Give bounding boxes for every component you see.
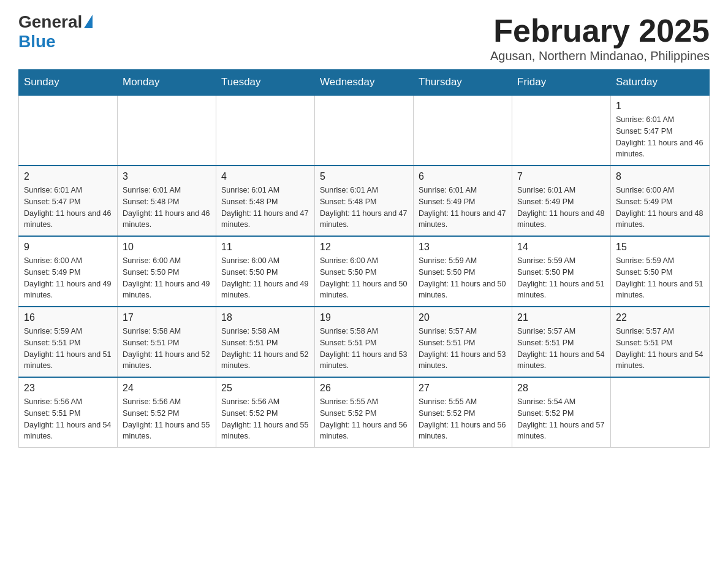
- calendar-cell: 28Sunrise: 5:54 AMSunset: 5:52 PMDayligh…: [512, 377, 611, 448]
- day-number: 16: [24, 312, 112, 323]
- calendar-cell: 27Sunrise: 5:55 AMSunset: 5:52 PMDayligh…: [414, 377, 512, 448]
- day-headers-row: SundayMondayTuesdayWednesdayThursdayFrid…: [19, 70, 710, 96]
- calendar-cell: 26Sunrise: 5:55 AMSunset: 5:52 PMDayligh…: [315, 377, 414, 448]
- day-number: 13: [419, 242, 507, 253]
- calendar-cell: 16Sunrise: 5:59 AMSunset: 5:51 PMDayligh…: [19, 307, 118, 377]
- day-info: Sunrise: 5:58 AMSunset: 5:51 PMDaylight:…: [221, 326, 309, 372]
- day-header-saturday: Saturday: [611, 70, 710, 96]
- calendar-cell: 19Sunrise: 5:58 AMSunset: 5:51 PMDayligh…: [315, 307, 414, 377]
- day-info: Sunrise: 5:56 AMSunset: 5:51 PMDaylight:…: [24, 396, 112, 442]
- calendar-cell: 8Sunrise: 6:00 AMSunset: 5:49 PMDaylight…: [611, 166, 710, 236]
- calendar-cell: 21Sunrise: 5:57 AMSunset: 5:51 PMDayligh…: [512, 307, 611, 377]
- calendar-table: SundayMondayTuesdayWednesdayThursdayFrid…: [18, 69, 710, 448]
- calendar-cell: 11Sunrise: 6:00 AMSunset: 5:50 PMDayligh…: [216, 236, 315, 307]
- calendar-cell: 5Sunrise: 6:01 AMSunset: 5:48 PMDaylight…: [315, 166, 414, 236]
- day-info: Sunrise: 5:59 AMSunset: 5:51 PMDaylight:…: [24, 326, 112, 372]
- day-info: Sunrise: 6:00 AMSunset: 5:49 PMDaylight:…: [616, 185, 704, 231]
- day-info: Sunrise: 6:01 AMSunset: 5:49 PMDaylight:…: [517, 185, 605, 231]
- calendar-cell: 18Sunrise: 5:58 AMSunset: 5:51 PMDayligh…: [216, 307, 315, 377]
- day-number: 8: [616, 171, 704, 182]
- calendar-cell: [315, 95, 414, 166]
- calendar-cell: 10Sunrise: 6:00 AMSunset: 5:50 PMDayligh…: [118, 236, 216, 307]
- day-info: Sunrise: 5:59 AMSunset: 5:50 PMDaylight:…: [616, 255, 704, 301]
- calendar-cell: 14Sunrise: 5:59 AMSunset: 5:50 PMDayligh…: [512, 236, 611, 307]
- day-info: Sunrise: 6:00 AMSunset: 5:50 PMDaylight:…: [320, 255, 408, 301]
- day-info: Sunrise: 5:57 AMSunset: 5:51 PMDaylight:…: [419, 326, 507, 372]
- day-number: 1: [616, 101, 704, 112]
- day-number: 4: [221, 171, 309, 182]
- day-header-sunday: Sunday: [19, 70, 118, 96]
- week-row-4: 16Sunrise: 5:59 AMSunset: 5:51 PMDayligh…: [19, 307, 710, 377]
- day-number: 18: [221, 312, 309, 323]
- day-info: Sunrise: 6:00 AMSunset: 5:49 PMDaylight:…: [24, 255, 112, 301]
- calendar-cell: 4Sunrise: 6:01 AMSunset: 5:48 PMDaylight…: [216, 166, 315, 236]
- calendar-cell: 15Sunrise: 5:59 AMSunset: 5:50 PMDayligh…: [611, 236, 710, 307]
- calendar-cell: 13Sunrise: 5:59 AMSunset: 5:50 PMDayligh…: [414, 236, 512, 307]
- logo-blue-text: Blue: [18, 32, 56, 52]
- calendar-cell: 2Sunrise: 6:01 AMSunset: 5:47 PMDaylight…: [19, 166, 118, 236]
- day-header-friday: Friday: [512, 70, 611, 96]
- month-title: February 2025: [490, 12, 710, 49]
- day-number: 7: [517, 171, 605, 182]
- calendar-cell: 24Sunrise: 5:56 AMSunset: 5:52 PMDayligh…: [118, 377, 216, 448]
- day-info: Sunrise: 6:01 AMSunset: 5:48 PMDaylight:…: [123, 185, 211, 231]
- calendar-cell: 9Sunrise: 6:00 AMSunset: 5:49 PMDaylight…: [19, 236, 118, 307]
- logo-general-text: General: [18, 12, 82, 32]
- day-info: Sunrise: 5:55 AMSunset: 5:52 PMDaylight:…: [419, 396, 507, 442]
- header: General Blue February 2025 Agusan, North…: [18, 12, 710, 63]
- day-number: 11: [221, 242, 309, 253]
- day-number: 10: [123, 242, 211, 253]
- logo-triangle-icon: [84, 15, 93, 28]
- calendar-cell: 12Sunrise: 6:00 AMSunset: 5:50 PMDayligh…: [315, 236, 414, 307]
- day-number: 5: [320, 171, 408, 182]
- day-number: 23: [24, 383, 112, 394]
- day-info: Sunrise: 5:57 AMSunset: 5:51 PMDaylight:…: [616, 326, 704, 372]
- day-info: Sunrise: 5:56 AMSunset: 5:52 PMDaylight:…: [123, 396, 211, 442]
- day-number: 6: [419, 171, 507, 182]
- day-number: 22: [616, 312, 704, 323]
- day-info: Sunrise: 5:57 AMSunset: 5:51 PMDaylight:…: [517, 326, 605, 372]
- day-number: 27: [419, 383, 507, 394]
- day-info: Sunrise: 6:01 AMSunset: 5:49 PMDaylight:…: [419, 185, 507, 231]
- day-number: 28: [517, 383, 605, 394]
- day-header-tuesday: Tuesday: [216, 70, 315, 96]
- calendar-cell: 1Sunrise: 6:01 AMSunset: 5:47 PMDaylight…: [611, 95, 710, 166]
- calendar-cell: [611, 377, 710, 448]
- calendar-cell: 3Sunrise: 6:01 AMSunset: 5:48 PMDaylight…: [118, 166, 216, 236]
- day-number: 19: [320, 312, 408, 323]
- day-info: Sunrise: 6:00 AMSunset: 5:50 PMDaylight:…: [221, 255, 309, 301]
- calendar-cell: 20Sunrise: 5:57 AMSunset: 5:51 PMDayligh…: [414, 307, 512, 377]
- day-info: Sunrise: 6:01 AMSunset: 5:47 PMDaylight:…: [24, 185, 112, 231]
- day-info: Sunrise: 5:59 AMSunset: 5:50 PMDaylight:…: [419, 255, 507, 301]
- week-row-3: 9Sunrise: 6:00 AMSunset: 5:49 PMDaylight…: [19, 236, 710, 307]
- calendar-cell: 7Sunrise: 6:01 AMSunset: 5:49 PMDaylight…: [512, 166, 611, 236]
- day-number: 14: [517, 242, 605, 253]
- day-number: 15: [616, 242, 704, 253]
- week-row-2: 2Sunrise: 6:01 AMSunset: 5:47 PMDaylight…: [19, 166, 710, 236]
- calendar-cell: [19, 95, 118, 166]
- day-info: Sunrise: 5:56 AMSunset: 5:52 PMDaylight:…: [221, 396, 309, 442]
- day-number: 26: [320, 383, 408, 394]
- calendar-cell: [414, 95, 512, 166]
- week-row-5: 23Sunrise: 5:56 AMSunset: 5:51 PMDayligh…: [19, 377, 710, 448]
- calendar-cell: 23Sunrise: 5:56 AMSunset: 5:51 PMDayligh…: [19, 377, 118, 448]
- day-info: Sunrise: 5:58 AMSunset: 5:51 PMDaylight:…: [123, 326, 211, 372]
- day-number: 21: [517, 312, 605, 323]
- day-info: Sunrise: 6:00 AMSunset: 5:50 PMDaylight:…: [123, 255, 211, 301]
- day-info: Sunrise: 5:55 AMSunset: 5:52 PMDaylight:…: [320, 396, 408, 442]
- calendar-cell: 25Sunrise: 5:56 AMSunset: 5:52 PMDayligh…: [216, 377, 315, 448]
- day-info: Sunrise: 5:58 AMSunset: 5:51 PMDaylight:…: [320, 326, 408, 372]
- day-info: Sunrise: 5:54 AMSunset: 5:52 PMDaylight:…: [517, 396, 605, 442]
- day-number: 9: [24, 242, 112, 253]
- day-header-thursday: Thursday: [414, 70, 512, 96]
- calendar-cell: 22Sunrise: 5:57 AMSunset: 5:51 PMDayligh…: [611, 307, 710, 377]
- logo: General Blue: [18, 12, 93, 52]
- day-number: 20: [419, 312, 507, 323]
- calendar-cell: 17Sunrise: 5:58 AMSunset: 5:51 PMDayligh…: [118, 307, 216, 377]
- day-number: 24: [123, 383, 211, 394]
- calendar-cell: [118, 95, 216, 166]
- day-info: Sunrise: 6:01 AMSunset: 5:48 PMDaylight:…: [221, 185, 309, 231]
- calendar-cell: [512, 95, 611, 166]
- day-info: Sunrise: 6:01 AMSunset: 5:47 PMDaylight:…: [616, 114, 704, 160]
- week-row-1: 1Sunrise: 6:01 AMSunset: 5:47 PMDaylight…: [19, 95, 710, 166]
